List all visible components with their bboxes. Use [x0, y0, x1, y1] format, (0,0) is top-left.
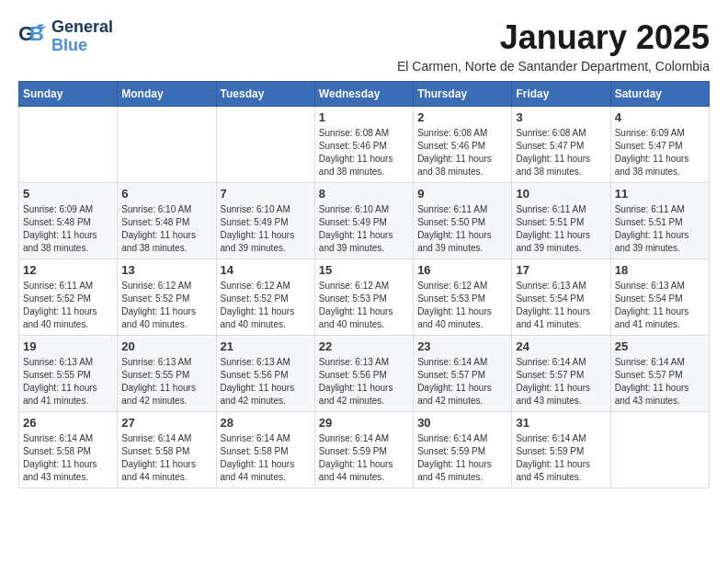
day-info: Sunrise: 6:14 AM Sunset: 5:57 PM Dayligh… — [516, 356, 606, 408]
day-number: 3 — [516, 110, 606, 124]
weekday-header-thursday: Thursday — [414, 82, 512, 107]
calendar-week-row: 26Sunrise: 6:14 AM Sunset: 5:58 PM Dayli… — [19, 412, 710, 488]
day-info: Sunrise: 6:13 AM Sunset: 5:56 PM Dayligh… — [319, 356, 409, 408]
day-info: Sunrise: 6:12 AM Sunset: 5:52 PM Dayligh… — [221, 280, 311, 331]
day-info: Sunrise: 6:10 AM Sunset: 5:49 PM Dayligh… — [221, 203, 311, 255]
day-number: 28 — [221, 416, 311, 430]
weekday-header-saturday: Saturday — [610, 82, 709, 107]
day-info: Sunrise: 6:11 AM Sunset: 5:50 PM Dayligh… — [417, 203, 507, 255]
day-info: Sunrise: 6:14 AM Sunset: 5:57 PM Dayligh… — [615, 356, 705, 408]
calendar-cell: 21Sunrise: 6:13 AM Sunset: 5:56 PM Dayli… — [216, 336, 314, 412]
calendar-cell: 28Sunrise: 6:14 AM Sunset: 5:58 PM Dayli… — [216, 412, 314, 488]
day-number: 7 — [221, 187, 311, 201]
day-number: 26 — [23, 416, 113, 430]
day-info: Sunrise: 6:14 AM Sunset: 5:59 PM Dayligh… — [417, 432, 507, 484]
calendar-cell: 24Sunrise: 6:14 AM Sunset: 5:57 PM Dayli… — [512, 336, 610, 412]
calendar-cell: 19Sunrise: 6:13 AM Sunset: 5:55 PM Dayli… — [19, 336, 118, 412]
calendar-cell: 17Sunrise: 6:13 AM Sunset: 5:54 PM Dayli… — [512, 259, 610, 336]
weekday-header-sunday: Sunday — [19, 82, 118, 107]
day-info: Sunrise: 6:14 AM Sunset: 5:59 PM Dayligh… — [516, 432, 606, 484]
day-info: Sunrise: 6:13 AM Sunset: 5:55 PM Dayligh… — [121, 356, 211, 408]
day-info: Sunrise: 6:08 AM Sunset: 5:47 PM Dayligh… — [516, 127, 606, 178]
day-number: 27 — [121, 416, 211, 430]
calendar-table: SundayMondayTuesdayWednesdayThursdayFrid… — [18, 81, 710, 488]
calendar-cell — [216, 107, 314, 183]
calendar-cell: 1Sunrise: 6:08 AM Sunset: 5:46 PM Daylig… — [314, 107, 413, 183]
day-number: 22 — [319, 339, 409, 353]
weekday-header-wednesday: Wednesday — [314, 82, 413, 107]
calendar-cell: 15Sunrise: 6:12 AM Sunset: 5:53 PM Dayli… — [314, 259, 413, 336]
logo-text: General Blue — [51, 18, 113, 55]
day-info: Sunrise: 6:14 AM Sunset: 5:58 PM Dayligh… — [23, 432, 113, 484]
weekday-header-tuesday: Tuesday — [216, 82, 314, 107]
day-info: Sunrise: 6:14 AM Sunset: 5:58 PM Dayligh… — [221, 432, 311, 484]
day-number: 4 — [615, 110, 705, 124]
day-info: Sunrise: 6:09 AM Sunset: 5:48 PM Dayligh… — [23, 203, 113, 255]
day-number: 20 — [121, 339, 211, 353]
calendar-cell: 27Sunrise: 6:14 AM Sunset: 5:58 PM Dayli… — [118, 412, 216, 488]
day-number: 30 — [417, 416, 507, 430]
day-info: Sunrise: 6:08 AM Sunset: 5:46 PM Dayligh… — [417, 127, 507, 178]
day-number: 5 — [23, 187, 113, 201]
calendar-cell: 13Sunrise: 6:12 AM Sunset: 5:52 PM Dayli… — [118, 259, 216, 336]
day-number: 13 — [121, 263, 211, 277]
day-number: 9 — [417, 187, 507, 201]
calendar-cell: 23Sunrise: 6:14 AM Sunset: 5:57 PM Dayli… — [414, 336, 512, 412]
day-number: 19 — [23, 339, 113, 353]
day-number: 14 — [221, 263, 311, 277]
calendar-cell: 29Sunrise: 6:14 AM Sunset: 5:59 PM Dayli… — [314, 412, 413, 488]
day-info: Sunrise: 6:11 AM Sunset: 5:52 PM Dayligh… — [23, 280, 113, 331]
weekday-header-row: SundayMondayTuesdayWednesdayThursdayFrid… — [19, 82, 710, 107]
day-info: Sunrise: 6:08 AM Sunset: 5:46 PM Dayligh… — [319, 127, 409, 178]
calendar-cell: 26Sunrise: 6:14 AM Sunset: 5:58 PM Dayli… — [19, 412, 118, 488]
day-info: Sunrise: 6:12 AM Sunset: 5:52 PM Dayligh… — [121, 280, 211, 331]
day-info: Sunrise: 6:12 AM Sunset: 5:53 PM Dayligh… — [417, 280, 507, 331]
calendar-cell: 6Sunrise: 6:10 AM Sunset: 5:48 PM Daylig… — [118, 183, 216, 259]
day-number: 16 — [417, 263, 507, 277]
calendar-cell: 5Sunrise: 6:09 AM Sunset: 5:48 PM Daylig… — [19, 183, 118, 259]
day-info: Sunrise: 6:10 AM Sunset: 5:48 PM Dayligh… — [121, 203, 211, 255]
day-number: 1 — [319, 110, 409, 124]
calendar-cell: 12Sunrise: 6:11 AM Sunset: 5:52 PM Dayli… — [19, 259, 118, 336]
calendar-cell: 4Sunrise: 6:09 AM Sunset: 5:47 PM Daylig… — [610, 107, 709, 183]
calendar-cell: 14Sunrise: 6:12 AM Sunset: 5:52 PM Dayli… — [216, 259, 314, 336]
calendar-week-row: 5Sunrise: 6:09 AM Sunset: 5:48 PM Daylig… — [19, 183, 710, 259]
calendar-cell: 22Sunrise: 6:13 AM Sunset: 5:56 PM Dayli… — [314, 336, 413, 412]
day-number: 23 — [417, 339, 507, 353]
calendar-cell: 18Sunrise: 6:13 AM Sunset: 5:54 PM Dayli… — [610, 259, 709, 336]
day-info: Sunrise: 6:09 AM Sunset: 5:47 PM Dayligh… — [615, 127, 705, 178]
weekday-header-monday: Monday — [118, 82, 216, 107]
calendar-cell: 16Sunrise: 6:12 AM Sunset: 5:53 PM Dayli… — [414, 259, 512, 336]
day-info: Sunrise: 6:11 AM Sunset: 5:51 PM Dayligh… — [615, 203, 705, 255]
month-title: January 2025 — [397, 18, 710, 57]
title-section: January 2025 El Carmen, Norte de Santand… — [397, 18, 710, 74]
location-subtitle: El Carmen, Norte de Santander Department… — [397, 59, 710, 74]
day-number: 8 — [319, 187, 409, 201]
calendar-cell: 2Sunrise: 6:08 AM Sunset: 5:46 PM Daylig… — [414, 107, 512, 183]
day-number: 29 — [319, 416, 409, 430]
calendar-cell: 11Sunrise: 6:11 AM Sunset: 5:51 PM Dayli… — [610, 183, 709, 259]
day-info: Sunrise: 6:11 AM Sunset: 5:51 PM Dayligh… — [516, 203, 606, 255]
calendar-cell: 9Sunrise: 6:11 AM Sunset: 5:50 PM Daylig… — [414, 183, 512, 259]
day-number: 2 — [417, 110, 507, 124]
day-info: Sunrise: 6:10 AM Sunset: 5:49 PM Dayligh… — [319, 203, 409, 255]
calendar-cell: 3Sunrise: 6:08 AM Sunset: 5:47 PM Daylig… — [512, 107, 610, 183]
weekday-header-friday: Friday — [512, 82, 610, 107]
calendar-cell — [19, 107, 118, 183]
day-number: 15 — [319, 263, 409, 277]
logo: G B General Blue — [18, 18, 113, 55]
day-info: Sunrise: 6:12 AM Sunset: 5:53 PM Dayligh… — [319, 280, 409, 331]
calendar-cell: 8Sunrise: 6:10 AM Sunset: 5:49 PM Daylig… — [314, 183, 413, 259]
calendar-cell: 20Sunrise: 6:13 AM Sunset: 5:55 PM Dayli… — [118, 336, 216, 412]
calendar-cell: 30Sunrise: 6:14 AM Sunset: 5:59 PM Dayli… — [414, 412, 512, 488]
day-info: Sunrise: 6:14 AM Sunset: 5:58 PM Dayligh… — [121, 432, 211, 484]
day-info: Sunrise: 6:14 AM Sunset: 5:59 PM Dayligh… — [319, 432, 409, 484]
logo-icon: G B — [18, 20, 48, 53]
day-number: 18 — [615, 263, 705, 277]
calendar-cell: 10Sunrise: 6:11 AM Sunset: 5:51 PM Dayli… — [512, 183, 610, 259]
day-number: 25 — [615, 339, 705, 353]
day-number: 24 — [516, 339, 606, 353]
day-info: Sunrise: 6:13 AM Sunset: 5:54 PM Dayligh… — [615, 280, 705, 331]
calendar-cell — [610, 412, 709, 488]
day-number: 11 — [615, 187, 705, 201]
